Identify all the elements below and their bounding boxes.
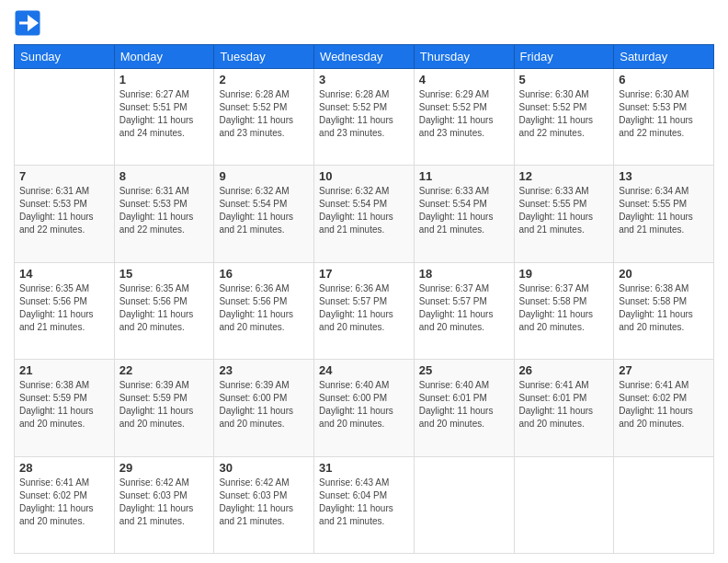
calendar-cell: 9Sunrise: 6:32 AM Sunset: 5:54 PM Daylig… xyxy=(214,166,314,262)
calendar-cell: 11Sunrise: 6:33 AM Sunset: 5:54 PM Dayli… xyxy=(414,166,514,262)
calendar-cell: 19Sunrise: 6:37 AM Sunset: 5:58 PM Dayli… xyxy=(514,262,614,359)
page: SundayMondayTuesdayWednesdayThursdayFrid… xyxy=(0,0,728,563)
calendar-cell: 31Sunrise: 6:43 AM Sunset: 6:04 PM Dayli… xyxy=(314,456,415,553)
calendar-cell: 30Sunrise: 6:42 AM Sunset: 6:03 PM Dayli… xyxy=(214,456,314,553)
calendar-cell: 12Sunrise: 6:33 AM Sunset: 5:55 PM Dayli… xyxy=(514,166,614,262)
calendar-cell: 3Sunrise: 6:28 AM Sunset: 5:52 PM Daylig… xyxy=(314,69,415,166)
calendar-cell: 15Sunrise: 6:35 AM Sunset: 5:56 PM Dayli… xyxy=(114,262,214,359)
day-number: 31 xyxy=(319,461,409,475)
calendar-cell: 22Sunrise: 6:39 AM Sunset: 5:59 PM Dayli… xyxy=(114,360,214,456)
day-number: 18 xyxy=(419,267,509,281)
day-info: Sunrise: 6:42 AM Sunset: 6:03 PM Dayligh… xyxy=(119,477,210,528)
day-info: Sunrise: 6:41 AM Sunset: 6:01 PM Dayligh… xyxy=(519,379,609,431)
calendar-cell: 6Sunrise: 6:30 AM Sunset: 5:53 PM Daylig… xyxy=(614,69,714,166)
day-number: 7 xyxy=(19,169,109,183)
day-info: Sunrise: 6:41 AM Sunset: 6:02 PM Dayligh… xyxy=(619,379,709,431)
day-number: 23 xyxy=(219,363,309,377)
day-header-sunday: Sunday xyxy=(15,45,115,69)
logo-icon xyxy=(14,9,41,37)
calendar-cell: 24Sunrise: 6:40 AM Sunset: 6:00 PM Dayli… xyxy=(314,360,415,456)
calendar-cell: 26Sunrise: 6:41 AM Sunset: 6:01 PM Dayli… xyxy=(514,360,614,456)
day-number: 13 xyxy=(619,169,709,183)
day-header-monday: Monday xyxy=(114,45,214,69)
day-number: 3 xyxy=(319,73,409,86)
day-info: Sunrise: 6:27 AM Sunset: 5:51 PM Dayligh… xyxy=(119,88,210,140)
day-info: Sunrise: 6:34 AM Sunset: 5:55 PM Dayligh… xyxy=(619,185,709,236)
day-info: Sunrise: 6:35 AM Sunset: 5:56 PM Dayligh… xyxy=(19,282,109,334)
calendar-cell: 20Sunrise: 6:38 AM Sunset: 5:58 PM Dayli… xyxy=(614,262,714,359)
day-info: Sunrise: 6:33 AM Sunset: 5:55 PM Dayligh… xyxy=(519,185,609,236)
day-header-saturday: Saturday xyxy=(614,45,714,69)
calendar-cell: 10Sunrise: 6:32 AM Sunset: 5:54 PM Dayli… xyxy=(314,166,415,262)
day-info: Sunrise: 6:40 AM Sunset: 6:01 PM Dayligh… xyxy=(419,379,509,431)
day-header-tuesday: Tuesday xyxy=(214,45,314,69)
calendar-header-row: SundayMondayTuesdayWednesdayThursdayFrid… xyxy=(15,45,714,69)
calendar-cell: 14Sunrise: 6:35 AM Sunset: 5:56 PM Dayli… xyxy=(15,262,115,359)
day-info: Sunrise: 6:33 AM Sunset: 5:54 PM Dayligh… xyxy=(419,185,509,236)
logo xyxy=(14,9,43,37)
day-info: Sunrise: 6:32 AM Sunset: 5:54 PM Dayligh… xyxy=(319,185,409,236)
day-number: 9 xyxy=(219,169,309,183)
day-number: 15 xyxy=(119,267,210,281)
calendar-cell: 5Sunrise: 6:30 AM Sunset: 5:52 PM Daylig… xyxy=(514,69,614,166)
calendar-cell: 16Sunrise: 6:36 AM Sunset: 5:56 PM Dayli… xyxy=(214,262,314,359)
day-info: Sunrise: 6:31 AM Sunset: 5:53 PM Dayligh… xyxy=(119,185,210,236)
calendar-cell xyxy=(414,456,514,553)
day-number: 24 xyxy=(319,363,409,377)
calendar-cell xyxy=(514,456,614,553)
day-info: Sunrise: 6:31 AM Sunset: 5:53 PM Dayligh… xyxy=(19,185,109,236)
day-header-friday: Friday xyxy=(514,45,614,69)
calendar-cell xyxy=(15,69,115,166)
day-info: Sunrise: 6:36 AM Sunset: 5:57 PM Dayligh… xyxy=(319,282,409,334)
day-info: Sunrise: 6:42 AM Sunset: 6:03 PM Dayligh… xyxy=(219,477,309,528)
day-number: 12 xyxy=(519,169,609,183)
day-number: 28 xyxy=(19,461,109,475)
day-number: 4 xyxy=(419,73,509,86)
day-number: 14 xyxy=(19,267,109,281)
calendar-cell: 17Sunrise: 6:36 AM Sunset: 5:57 PM Dayli… xyxy=(314,262,415,359)
day-number: 19 xyxy=(519,267,609,281)
calendar-cell: 28Sunrise: 6:41 AM Sunset: 6:02 PM Dayli… xyxy=(15,456,115,553)
day-number: 20 xyxy=(619,267,709,281)
calendar-table: SundayMondayTuesdayWednesdayThursdayFrid… xyxy=(14,44,714,554)
calendar-cell: 18Sunrise: 6:37 AM Sunset: 5:57 PM Dayli… xyxy=(414,262,514,359)
day-number: 6 xyxy=(619,73,709,86)
day-number: 16 xyxy=(219,267,309,281)
day-number: 22 xyxy=(119,363,210,377)
day-info: Sunrise: 6:29 AM Sunset: 5:52 PM Dayligh… xyxy=(419,88,509,140)
day-info: Sunrise: 6:30 AM Sunset: 5:52 PM Dayligh… xyxy=(519,88,609,140)
calendar-week-2: 14Sunrise: 6:35 AM Sunset: 5:56 PM Dayli… xyxy=(15,262,714,359)
day-number: 27 xyxy=(619,363,709,377)
day-info: Sunrise: 6:37 AM Sunset: 5:58 PM Dayligh… xyxy=(519,282,609,334)
day-header-thursday: Thursday xyxy=(414,45,514,69)
header xyxy=(14,9,714,37)
calendar-cell: 1Sunrise: 6:27 AM Sunset: 5:51 PM Daylig… xyxy=(114,69,214,166)
day-number: 30 xyxy=(219,461,309,475)
day-info: Sunrise: 6:36 AM Sunset: 5:56 PM Dayligh… xyxy=(219,282,309,334)
day-info: Sunrise: 6:41 AM Sunset: 6:02 PM Dayligh… xyxy=(19,477,109,528)
calendar-week-4: 28Sunrise: 6:41 AM Sunset: 6:02 PM Dayli… xyxy=(15,456,714,553)
day-number: 29 xyxy=(119,461,210,475)
calendar-cell: 2Sunrise: 6:28 AM Sunset: 5:52 PM Daylig… xyxy=(214,69,314,166)
calendar-week-0: 1Sunrise: 6:27 AM Sunset: 5:51 PM Daylig… xyxy=(15,69,714,166)
calendar-cell: 8Sunrise: 6:31 AM Sunset: 5:53 PM Daylig… xyxy=(114,166,214,262)
calendar-cell: 29Sunrise: 6:42 AM Sunset: 6:03 PM Dayli… xyxy=(114,456,214,553)
calendar-cell: 13Sunrise: 6:34 AM Sunset: 5:55 PM Dayli… xyxy=(614,166,714,262)
day-info: Sunrise: 6:40 AM Sunset: 6:00 PM Dayligh… xyxy=(319,379,409,431)
day-info: Sunrise: 6:32 AM Sunset: 5:54 PM Dayligh… xyxy=(219,185,309,236)
calendar-week-1: 7Sunrise: 6:31 AM Sunset: 5:53 PM Daylig… xyxy=(15,166,714,262)
day-number: 1 xyxy=(119,73,210,86)
calendar-cell xyxy=(614,456,714,553)
day-number: 5 xyxy=(519,73,609,86)
day-header-wednesday: Wednesday xyxy=(314,45,415,69)
day-number: 26 xyxy=(519,363,609,377)
day-number: 21 xyxy=(19,363,109,377)
day-info: Sunrise: 6:43 AM Sunset: 6:04 PM Dayligh… xyxy=(319,477,409,528)
calendar-cell: 27Sunrise: 6:41 AM Sunset: 6:02 PM Dayli… xyxy=(614,360,714,456)
day-info: Sunrise: 6:38 AM Sunset: 5:59 PM Dayligh… xyxy=(19,379,109,431)
day-number: 25 xyxy=(419,363,509,377)
calendar-cell: 23Sunrise: 6:39 AM Sunset: 6:00 PM Dayli… xyxy=(214,360,314,456)
calendar-cell: 21Sunrise: 6:38 AM Sunset: 5:59 PM Dayli… xyxy=(15,360,115,456)
calendar-cell: 7Sunrise: 6:31 AM Sunset: 5:53 PM Daylig… xyxy=(15,166,115,262)
day-number: 17 xyxy=(319,267,409,281)
